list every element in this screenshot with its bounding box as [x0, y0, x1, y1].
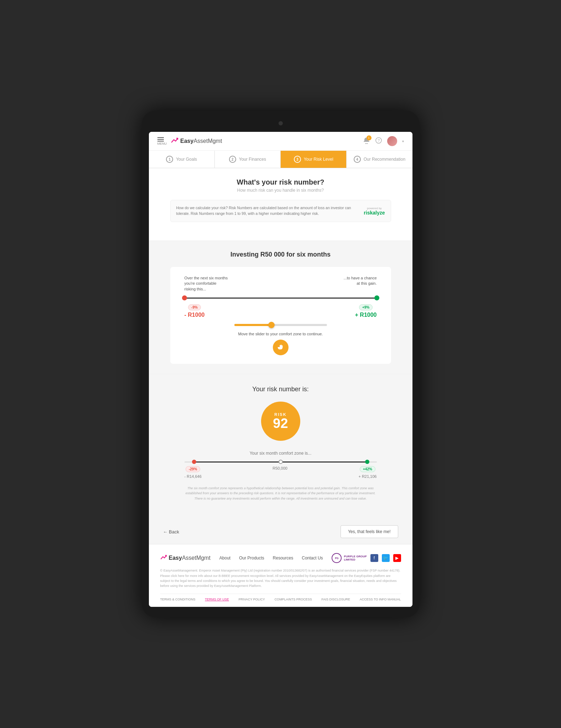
step-4-number: 4 — [354, 156, 361, 163]
loss-pct-badge: -9% — [188, 304, 201, 310]
header: MENU EasyAssetMgmt — [149, 132, 412, 151]
avatar-dropdown-icon: ▾ — [402, 139, 404, 143]
gain-indicator: +9% + R1000 — [355, 304, 377, 318]
menu-button[interactable]: MENU — [157, 137, 167, 145]
risk-result-section: Your risk number is: RISK 92 Your six mo… — [149, 374, 412, 520]
invest-title: Investing R50 000 for six months — [170, 251, 391, 258]
comfort-loss-amount: - R14,646 — [185, 474, 202, 479]
logo: EasyAssetMgmt — [171, 137, 222, 145]
footer-nav-resources[interactable]: Resources — [273, 556, 293, 561]
step-1[interactable]: 1 Your Goals — [149, 151, 215, 168]
step-1-label: Your Goals — [176, 157, 197, 162]
step-1-number: 1 — [166, 156, 173, 163]
purple-group: PG PURPLE GROUPLIMITED — [332, 553, 367, 563]
footer-link-privacy[interactable]: PRIVACY POLICY — [239, 598, 265, 601]
header-left: MENU EasyAssetMgmt — [157, 137, 222, 145]
riskalyze-logo: powered by riskalyze — [364, 207, 385, 216]
footer-legal-text: © EasyAssetManagement. Emperor Asset Man… — [160, 568, 401, 589]
facebook-icon[interactable]: f — [370, 554, 378, 562]
comfort-title: Your six month comfort zone is... — [170, 451, 391, 456]
step-3[interactable]: 3 Your Risk Level — [281, 151, 347, 168]
comfort-dot-gain — [365, 460, 369, 464]
comfort-slider[interactable] — [234, 324, 327, 326]
comfort-dot-loss — [192, 460, 196, 464]
footer: EasyAssetMgmt About Our Products Resourc… — [149, 544, 412, 607]
tablet-camera — [279, 121, 283, 125]
riskalyze-brand: riskalyze — [364, 210, 385, 216]
step-4-label: Our Recommendation — [364, 157, 405, 162]
footer-nav-products[interactable]: Our Products — [239, 556, 264, 561]
step-2[interactable]: 2 Your Finances — [215, 151, 281, 168]
back-button[interactable]: ← Back — [163, 529, 180, 535]
help-icon[interactable]: ? — [375, 137, 382, 146]
footer-logo: EasyAssetMgmt — [160, 554, 211, 562]
comfort-gain-pct: +42% — [360, 466, 375, 472]
footer-social: PG PURPLE GROUPLIMITED f 🐦 ▶ — [332, 553, 401, 563]
youtube-icon[interactable]: ▶ — [393, 554, 401, 562]
comfort-gain: +42% + R21,106 — [358, 466, 376, 479]
slider-labels: Over the next six months you're comforta… — [185, 275, 377, 292]
slider-dot-gain — [374, 295, 379, 300]
risk-circle: RISK 92 — [261, 402, 300, 441]
loss-indicator: -9% - R1000 — [185, 304, 205, 318]
comfort-loss-pct: -29% — [186, 466, 200, 472]
gain-amount: + R1000 — [355, 312, 377, 318]
tablet-screen: MENU EasyAssetMgmt — [149, 132, 412, 606]
slider-instruction: Move the slider to your comfort zone to … — [185, 332, 377, 355]
comfort-mid-label: R50,000 — [272, 466, 287, 470]
orange-slider-container — [185, 324, 377, 326]
step-2-label: Your Finances — [239, 157, 266, 162]
info-box: How do we calculate your risk? Risk Numb… — [170, 200, 391, 222]
percentage-labels: -9% - R1000 +9% + R1000 — [185, 304, 377, 318]
logo-icon — [171, 137, 179, 145]
slider-thumb[interactable] — [268, 322, 275, 328]
instruction-text: Move the slider to your comfort zone to … — [238, 332, 323, 336]
footer-links: TERMS & CONDITIONS TERMS OF USE PRIVACY … — [160, 594, 401, 601]
info-box-text: How do we calculate your risk? Risk Numb… — [176, 205, 358, 217]
step-2-number: 2 — [229, 156, 236, 163]
loss-amount: - R1000 — [185, 312, 205, 318]
comfort-gain-amount: + R21,106 — [358, 474, 376, 479]
footer-link-complaints[interactable]: COMPLAINTS PROCESS — [275, 598, 312, 601]
svg-text:?: ? — [377, 138, 379, 143]
comfort-zone-slider — [185, 461, 377, 463]
risk-number: 92 — [273, 417, 288, 430]
footer-top: EasyAssetMgmt About Our Products Resourc… — [160, 553, 401, 563]
avatar[interactable] — [387, 136, 397, 146]
footer-logo-text: EasyAssetMgmt — [169, 555, 211, 561]
footer-logo-icon — [160, 554, 167, 562]
footer-link-fais[interactable]: FAIS DISCLOSURE — [321, 598, 350, 601]
step-4[interactable]: 4 Our Recommendation — [347, 151, 412, 168]
hand-icon — [273, 340, 289, 355]
comfort-loss: -29% - R14,646 — [185, 466, 202, 479]
actions-row: ← Back Yes, that feels like me! — [149, 520, 412, 544]
slider-label-right: ...to have a chance at this gain. — [344, 275, 377, 292]
footer-nav-contact[interactable]: Contact Us — [302, 556, 323, 561]
page-title: What's your risk number? — [170, 178, 391, 186]
slider-section: Over the next six months you're comforta… — [170, 267, 391, 364]
footer-link-terms-use[interactable]: TERMS OF USE — [205, 598, 229, 601]
comfort-mid: R50,000 — [272, 466, 287, 479]
logo-text: EasyAssetMgmt — [180, 138, 222, 144]
step-3-label: Your Risk Level — [304, 157, 333, 162]
comfort-pct-row: -29% - R14,646 R50,000 +42% + R21,106 — [185, 466, 377, 479]
slider-label-left: Over the next six months you're comforta… — [185, 275, 228, 292]
page-subtitle: How much risk can you handle in six mont… — [170, 188, 391, 193]
investing-section: Investing R50 000 for six months Over th… — [149, 241, 412, 374]
purple-group-text: PURPLE GROUPLIMITED — [344, 555, 367, 562]
notification-icon[interactable]: 1 — [363, 137, 370, 146]
confirm-button[interactable]: Yes, that feels like me! — [341, 525, 398, 538]
twitter-icon[interactable]: 🐦 — [382, 554, 390, 562]
steps-nav: 1 Your Goals 2 Your Finances 3 Your Risk… — [149, 151, 412, 168]
menu-label: MENU — [157, 142, 167, 145]
disclaimer-text: The six month comfort zone represents a … — [185, 486, 377, 501]
footer-nav-about[interactable]: About — [219, 556, 230, 561]
notification-badge: 1 — [367, 135, 372, 140]
hero-section: What's your risk number? How much risk c… — [149, 168, 412, 241]
footer-link-access[interactable]: ACCESS TO INFO MANUAL — [360, 598, 401, 601]
slider-dot-loss — [182, 295, 187, 300]
gain-pct-badge: +9% — [359, 304, 373, 310]
footer-nav: About Our Products Resources Contact Us — [219, 556, 323, 561]
footer-link-terms[interactable]: TERMS & CONDITIONS — [160, 598, 196, 601]
hamburger-icon — [157, 137, 167, 141]
